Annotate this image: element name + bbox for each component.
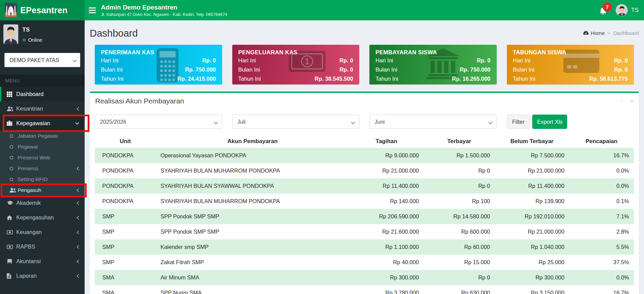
sidebar-item-presensi-web[interactable]: Presensi Web (0, 152, 85, 163)
collapse-icon[interactable]: − (620, 98, 623, 104)
sidebar-section-label: MENU (0, 75, 85, 87)
cell-pencapaian: 0.1% (569, 194, 634, 209)
brand-name: EPesantren (20, 5, 68, 15)
sidebar-item-label: Presensi (18, 165, 77, 172)
card-row-value: Rp. 0 (477, 56, 490, 65)
circle-icon (9, 134, 18, 138)
cell-unit: SMP (95, 224, 156, 239)
breadcrumb-current: Dashboard (613, 30, 639, 36)
sidebar-item-presensi[interactable]: Presensi (0, 163, 85, 174)
sidebar-item-kesantrian[interactable]: Kesantrian (0, 101, 85, 116)
online-status-dot (22, 38, 26, 42)
cell-terbayar: Rp 14.580.000 (424, 209, 495, 224)
sidebar-item-rapbs[interactable]: RAPBS (0, 239, 85, 254)
cell-unit: SMA (95, 285, 156, 294)
year-select[interactable]: 2025/2026 (95, 115, 222, 129)
sidebar-item-akuntansi[interactable]: Akuntansi (0, 254, 85, 269)
filter-button[interactable]: Filter (507, 115, 530, 129)
card-row-label: Hari Ini (513, 56, 531, 65)
card-row-label: Tahun Ini (238, 74, 261, 83)
table-row: SMAAir Minum SMARp 300.000Rp 0Rp 300.000… (95, 270, 634, 285)
dashboard-gauge-icon (583, 30, 589, 36)
card-row-label: Hari Ini (101, 56, 119, 65)
mosque-logo-icon (5, 3, 17, 18)
card-row-value: Rp. 0 (614, 65, 628, 74)
sidebar-item-akademik[interactable]: Akademik (0, 196, 85, 210)
column-header-unit: Unit (95, 135, 156, 148)
stat-card-tabungan-siswa: TABUNGAN SISWAHari IniRp. 0Bulan IniRp. … (507, 45, 634, 84)
brand[interactable]: EPesantren (0, 0, 85, 20)
navbar: Admin Demo Epesantren Jl. Kahuripan 47 D… (85, 0, 644, 20)
table-row: PONDOKPASYAHRIYAH BULAN MUHARROM PONDOKP… (95, 163, 634, 178)
sidebar-item-label: Pengasuh (18, 187, 77, 193)
card-row: Bulan IniRp. 750.000 (375, 65, 491, 74)
cell-pencapaian: 5.5% (569, 239, 634, 255)
cell-unit: SMP (95, 255, 156, 270)
month-start-select[interactable]: Juli (232, 115, 360, 129)
user-menu[interactable]: TS (616, 4, 639, 16)
card-row: Hari IniRp. 0 (375, 56, 491, 65)
stat-card-penerimaan-kas: PENERIMAAN KASHari IniRp. 0Bulan IniRp. … (95, 45, 222, 84)
cell-akun-pembayaran: Zakat Fitrah SMP (156, 255, 349, 270)
cell-unit: PONDOKPA (95, 148, 156, 163)
cell-belum-terbayar: Rp 25.000 (495, 255, 569, 270)
cell-belum-terbayar: Rp 21.000.000 (495, 163, 569, 178)
chevron-left-icon (77, 107, 79, 111)
cell-pencapaian: 16.7% (569, 285, 634, 294)
package-select[interactable]: DEMO PAKET ATAS (4, 53, 80, 67)
sidebar-avatar (3, 24, 18, 44)
page-title: Dashboard (90, 28, 138, 39)
file-text-icon (7, 273, 16, 279)
cell-terbayar: Rp 15.000 (424, 255, 495, 270)
sidebar-item-laporan[interactable]: Laporan (0, 269, 85, 283)
cell-unit: PONDOKPA (95, 178, 156, 194)
sidebar-item-pengasuh[interactable]: Pengasuh (0, 185, 85, 196)
chevron-left-icon (77, 188, 79, 192)
sidebar-item-label: Kesantrian (16, 105, 77, 112)
chevron-down-icon (75, 122, 79, 125)
export-xls-button[interactable]: Export Xls (532, 115, 567, 129)
card-row: Bulan IniRp. 0 (513, 65, 628, 74)
table-row: PONDOKPASYAHRIYAH BULAN MUHARROM PONDOKP… (95, 194, 634, 209)
cell-akun-pembayaran: Air Minum SMA (156, 270, 349, 285)
cell-akun-pembayaran: SPP Pondok SMP SMP (156, 224, 349, 239)
table-body: PONDOKPAOperasional Yayasan PONDOKPARp 9… (95, 148, 634, 294)
cell-unit: PONDOKPA (95, 194, 156, 209)
home-icon (7, 215, 16, 220)
circle-icon (9, 145, 18, 149)
card-row-value: Rp. 38.545.500 (315, 74, 353, 83)
table-row: PONDOKPASYAHRIYAH BULAN SYAWWAL PONDOKPA… (95, 178, 634, 194)
cell-pencapaian: 7.1% (569, 209, 634, 224)
breadcrumb-home[interactable]: Home (583, 30, 605, 36)
hamburger-icon[interactable] (85, 0, 100, 20)
cell-akun-pembayaran: SYAHRIYAH BULAN MUHARROM PONDOKPA (156, 194, 349, 209)
card-row-label: Bulan Ini (513, 65, 535, 74)
sidebar-item-setting-rfid[interactable]: Setting RFID (0, 174, 85, 185)
site-info: Admin Demo Epesantren Jl. Kahuripan 47 D… (101, 3, 227, 18)
card-row: Tahun IniRp. 38.545.500 (238, 74, 353, 83)
card-row: Hari IniRp. 0 (238, 56, 353, 65)
sidebar-item-jabatan-pegawai[interactable]: Jabatan Pegawai (0, 131, 85, 141)
breadcrumb-separator: > (607, 30, 610, 36)
month-end-select[interactable]: Juni (369, 115, 497, 129)
cell-belum-terbayar: Rp 192.010.000 (495, 209, 569, 224)
cell-belum-terbayar: Rp 11.400.000 (495, 178, 569, 194)
sidebar-item-kepengasuhan[interactable]: Kepengasuhan (0, 210, 85, 225)
close-icon[interactable]: × (630, 98, 634, 104)
realisasi-table: UnitAkun PembayaranTagihanTerbayarBelum … (95, 135, 634, 294)
briefcase-icon (7, 121, 16, 126)
card-row: Hari IniRp. 0 (101, 56, 216, 65)
sidebar-item-label: Presensi Web (18, 155, 85, 161)
table-row: SMPSPP Pondok SMP SMPRp 206.590.000Rp 14… (95, 209, 634, 224)
cell-pencapaian: 0.0% (569, 163, 634, 178)
notifications-button[interactable]: 7 (599, 4, 608, 16)
sidebar-item-keuangan[interactable]: Keuangan (0, 225, 85, 239)
cell-belum-terbayar: Rp 300.000 (495, 270, 569, 285)
sidebar-item-label: Akuntansi (16, 258, 77, 264)
sidebar-item-dashboard[interactable]: Dashboard (0, 87, 85, 101)
money-icon (7, 245, 16, 249)
sidebar-item-kepegawaian[interactable]: Kepegawaian (0, 116, 85, 131)
sidebar-item-pegawai[interactable]: Pegawai (0, 141, 85, 152)
user-initials: TS (631, 7, 639, 14)
sidebar-item-label: Laporan (16, 273, 77, 279)
